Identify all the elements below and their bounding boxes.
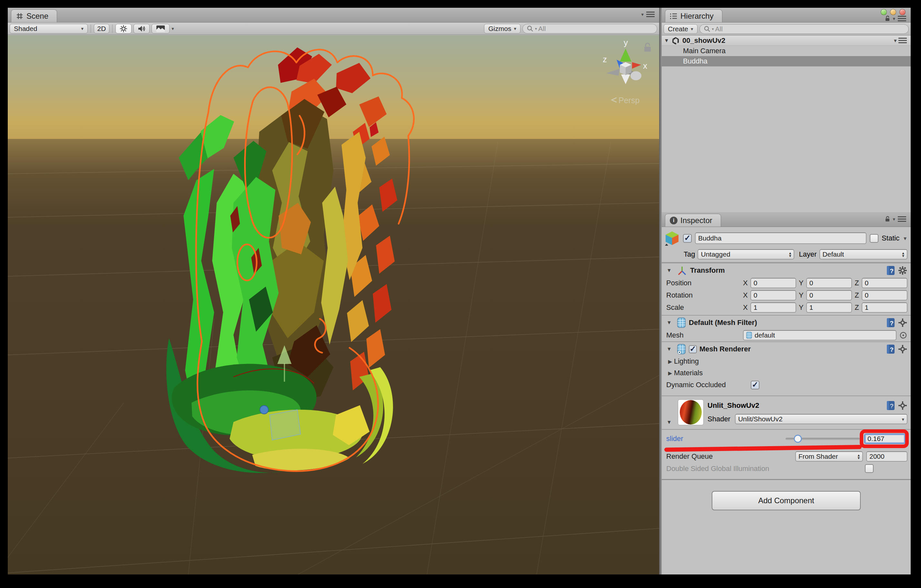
- material-preview[interactable]: [678, 400, 704, 425]
- persp-label[interactable]: Persp: [618, 96, 639, 105]
- hierarchy-tab-label: Hierarchy: [680, 11, 714, 21]
- gameobject-cube-icon[interactable]: [664, 230, 680, 246]
- inspector-menu-icon[interactable]: [898, 216, 906, 222]
- foldout-open-icon[interactable]: ▼: [664, 346, 674, 352]
- rotation-z-field[interactable]: [862, 290, 908, 300]
- create-label: Create: [668, 25, 688, 33]
- slider-handle[interactable]: [794, 435, 802, 443]
- lighting-toggle-button[interactable]: [116, 24, 132, 34]
- search-filter-icon[interactable]: ▾: [535, 27, 537, 31]
- help-icon[interactable]: ?: [886, 400, 895, 411]
- create-button[interactable]: Create ▾: [664, 24, 698, 34]
- hierarchy-search: ▾: [700, 24, 909, 34]
- right-column: Hierarchy ▾ Create ▾: [662, 8, 911, 575]
- scene-viewport[interactable]: y x z Persp: [8, 35, 659, 575]
- rotation-x-field[interactable]: [750, 290, 796, 300]
- scene-tab-menu-icon[interactable]: [646, 11, 655, 17]
- traffic-light-green[interactable]: [881, 9, 887, 15]
- material-name: Unlit_ShowUv2: [708, 401, 759, 410]
- tab-inspector[interactable]: i Inspector: [665, 214, 721, 227]
- traffic-light-yellow[interactable]: [890, 9, 896, 15]
- slider-value-field[interactable]: [864, 434, 906, 444]
- foldout-open-icon[interactable]: ▼: [664, 419, 674, 425]
- scene-item-dropdown-icon[interactable]: ▾: [894, 38, 897, 43]
- traffic-light-red[interactable]: [900, 9, 906, 15]
- slider-property-label: slider: [666, 435, 743, 443]
- scene-item-label: 00_showUv2: [682, 36, 725, 45]
- effects-dropdown-icon[interactable]: ▾: [172, 26, 174, 31]
- layer-value: Default: [823, 250, 844, 258]
- hierarchy-item-buddha[interactable]: Buddha: [662, 56, 911, 67]
- search-filter-icon[interactable]: ▾: [712, 27, 714, 31]
- rotation-label: Rotation: [666, 291, 743, 299]
- tag-label: Tag: [683, 250, 695, 258]
- gameobject-active-checkbox[interactable]: [683, 234, 692, 243]
- render-queue-value-field[interactable]: [866, 451, 908, 461]
- rotation-y-field[interactable]: [806, 290, 852, 300]
- lock-icon[interactable]: [885, 15, 890, 21]
- dynamic-occluded-checkbox[interactable]: [751, 381, 760, 390]
- panel-divider[interactable]: [659, 8, 662, 575]
- mesh-renderer-enabled-checkbox[interactable]: [689, 345, 697, 353]
- gear-icon[interactable]: [898, 344, 908, 354]
- position-z-field[interactable]: [862, 278, 908, 288]
- position-y-field[interactable]: [806, 278, 852, 288]
- help-icon[interactable]: ?: [886, 344, 895, 354]
- audio-toggle-button[interactable]: [133, 24, 150, 34]
- object-picker-icon[interactable]: [899, 331, 908, 339]
- gameobject-name-field[interactable]: [695, 232, 867, 244]
- transform-component: ▼ Transform ?: [662, 263, 911, 313]
- lock-icon[interactable]: [885, 216, 890, 222]
- static-dropdown-icon[interactable]: ▼: [903, 236, 908, 241]
- hierarchy-dropdown-icon[interactable]: ▾: [893, 16, 895, 21]
- dsgi-checkbox[interactable]: [865, 464, 874, 473]
- scale-x-field[interactable]: [750, 302, 796, 313]
- tab-scene[interactable]: Scene: [11, 9, 57, 22]
- gizmo-z-label: z: [603, 55, 607, 64]
- gear-icon[interactable]: [898, 318, 908, 328]
- svg-text:?: ?: [890, 403, 893, 409]
- scale-y-field[interactable]: [806, 302, 852, 313]
- speaker-icon: [138, 25, 145, 32]
- help-icon[interactable]: ?: [886, 265, 895, 276]
- tab-hierarchy[interactable]: Hierarchy: [665, 9, 722, 22]
- foldout-open-icon[interactable]: ▼: [662, 38, 671, 44]
- hierarchy-menu-icon[interactable]: [898, 16, 906, 21]
- image-icon: [156, 25, 165, 32]
- mesh-object-field[interactable]: default: [743, 330, 897, 340]
- materials-foldout[interactable]: ▶ Materials: [662, 367, 911, 379]
- static-checkbox[interactable]: [870, 234, 879, 243]
- foldout-open-icon[interactable]: ▼: [664, 320, 674, 326]
- hierarchy-item-main-camera[interactable]: Main Camera: [662, 46, 911, 56]
- search-icon: [704, 26, 711, 32]
- effects-toggle-button[interactable]: [151, 24, 169, 34]
- gizmos-dropdown[interactable]: Gizmos ▾: [484, 24, 521, 34]
- foldout-open-icon[interactable]: ▼: [664, 268, 674, 273]
- lighting-foldout[interactable]: ▶ Lighting: [662, 356, 911, 367]
- scene-item-menu-icon[interactable]: [898, 38, 907, 43]
- scale-z-field[interactable]: [862, 302, 908, 313]
- hierarchy-search-input[interactable]: [715, 25, 905, 33]
- hierarchy-empty-area[interactable]: [662, 67, 911, 212]
- render-queue-row: Render Queue From Shader ▴▾: [662, 450, 911, 463]
- toggle-2d-button[interactable]: 2D: [94, 24, 109, 34]
- gear-icon[interactable]: [898, 266, 908, 275]
- scene-tab-dropdown-icon[interactable]: ▾: [641, 12, 644, 17]
- inspector-dropdown-icon[interactable]: ▾: [893, 217, 895, 221]
- draw-mode-dropdown[interactable]: Shaded ▾: [10, 24, 88, 34]
- add-component-button[interactable]: Add Component: [712, 491, 861, 510]
- scene-search-input[interactable]: [538, 25, 653, 32]
- mesh-row: Mesh default: [662, 329, 911, 341]
- slider-track[interactable]: [786, 438, 860, 440]
- tag-dropdown[interactable]: Untagged ▴▾: [698, 249, 794, 260]
- shader-dropdown[interactable]: Unlit/ShowUv2 ▾: [735, 414, 908, 424]
- mesh-renderer-title: Mesh Renderer: [700, 345, 751, 353]
- main-camera-label: Main Camera: [683, 47, 726, 55]
- hierarchy-item-scene[interactable]: ▼ 00_showUv2 ▾: [662, 36, 911, 46]
- help-icon[interactable]: ?: [886, 318, 895, 328]
- position-x-field[interactable]: [750, 278, 796, 288]
- gear-icon[interactable]: [898, 401, 908, 410]
- render-queue-dropdown[interactable]: From Shader ▴▾: [795, 451, 863, 461]
- shader-value: Unlit/ShowUv2: [738, 415, 783, 423]
- layer-dropdown[interactable]: Default ▴▾: [819, 249, 908, 260]
